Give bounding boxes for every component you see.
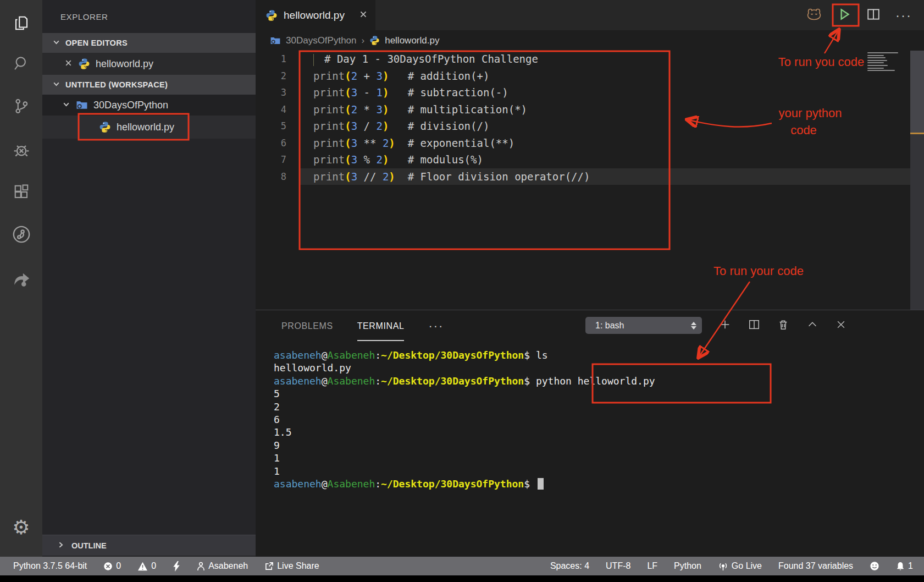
code-line-1[interactable]: 1# Day 1 - 30DaysOfPython Challenge <box>256 51 924 68</box>
status-label: Found 37 variables <box>778 561 853 571</box>
source-control-icon[interactable] <box>0 93 42 119</box>
extensions-icon[interactable] <box>0 179 42 205</box>
terminal-output[interactable]: asabeneh@Asabeneh:~/Desktop/30DaysOfPyth… <box>256 342 924 490</box>
close-panel-icon[interactable] <box>836 319 846 332</box>
chevron-down-icon <box>62 100 70 111</box>
tree-folder-30daysofpython[interactable]: 30DaysOfPython <box>42 95 256 116</box>
terminal-line: asabeneh@Asabeneh:~/Desktop/30DaysOfPyth… <box>274 349 924 361</box>
tab-close-icon[interactable] <box>359 10 368 21</box>
split-terminal-icon[interactable] <box>748 319 760 333</box>
cat-icon[interactable] <box>806 7 822 24</box>
code-line-2[interactable]: 2print(2 + 3) # addition(+) <box>256 68 924 85</box>
tab-label: helloworld.py <box>284 9 345 21</box>
status-label: 0 <box>116 561 121 571</box>
minimap[interactable] <box>867 52 898 73</box>
terminal-select-value: 1: bash <box>595 321 624 331</box>
section-open-editors[interactable]: OPEN EDITORS <box>42 33 256 53</box>
python-file-icon <box>369 35 380 46</box>
close-icon[interactable] <box>64 58 73 70</box>
open-editor-item[interactable]: helloworld.py <box>42 53 256 75</box>
status-item-go-live[interactable]: Go Live <box>718 561 762 571</box>
scrollbar-slider[interactable] <box>910 51 924 134</box>
maximize-panel-icon[interactable] <box>806 319 818 333</box>
code-line-5[interactable]: 5print(3 / 2) # division(/) <box>256 118 924 135</box>
code-line-6[interactable]: 6print(3 ** 2) # exponential(**) <box>256 135 924 152</box>
python-file-icon <box>78 58 90 70</box>
status-item-python-interpreter[interactable]: Python 3.7.5 64-bit <box>13 561 87 571</box>
status-label: Spaces: 4 <box>550 561 589 571</box>
code-editor[interactable]: 1# Day 1 - 30DaysOfPython Challenge2prin… <box>256 51 924 310</box>
tab-helloworld[interactable]: helloworld.py <box>256 0 375 30</box>
status-item-live-share[interactable]: Live Share <box>264 561 319 571</box>
status-item-warning-count[interactable]: 0 <box>137 561 156 571</box>
breadcrumb-folder[interactable]: 30DaysOfPython <box>286 35 357 46</box>
status-item-error-count[interactable]: 0 <box>103 561 121 571</box>
code-line-4[interactable]: 4print(2 * 3) # multiplication(*) <box>256 101 924 118</box>
status-item-language-mode[interactable]: Python <box>674 561 701 571</box>
bell-icon <box>896 561 905 571</box>
breadcrumb-file[interactable]: helloworld.py <box>385 35 439 46</box>
code-text: print(2 + 3) # addition(+) <box>300 68 924 85</box>
status-label: Asabeneh <box>208 561 248 571</box>
outline-label: OUTLINE <box>71 541 107 550</box>
more-actions-icon[interactable]: ··· <box>895 13 912 18</box>
tab-problems[interactable]: PROBLEMS <box>281 310 333 342</box>
line-number: 4 <box>256 101 300 118</box>
broadcast-icon <box>718 562 728 571</box>
terminal-line: 2 <box>274 400 924 413</box>
code-line-3[interactable]: 3print(3 - 1) # subtraction(-) <box>256 84 924 101</box>
editor-scrollbar[interactable] <box>910 51 924 310</box>
bottom-panel: PROBLEMS TERMINAL ··· 1: bash <box>256 310 924 557</box>
vscode-window: ⚙ EXPLORER OPEN EDITORS helloworld.py UN… <box>0 0 924 582</box>
explorer-sidebar: EXPLORER OPEN EDITORS helloworld.py UNTI… <box>42 0 256 557</box>
explorer-icon[interactable] <box>0 10 42 36</box>
chevron-right-icon <box>57 541 65 551</box>
share-arrow-icon[interactable] <box>0 266 42 293</box>
line-number: 1 <box>256 51 300 68</box>
open-editors-label: OPEN EDITORS <box>65 39 128 47</box>
tree-filename: helloworld.py <box>117 122 174 133</box>
code-line-8[interactable]: 8print(3 // 2) # Floor division operator… <box>256 168 924 185</box>
status-label: 1 <box>908 561 913 571</box>
debug-icon[interactable] <box>0 137 42 163</box>
breadcrumb-separator: › <box>362 35 365 46</box>
live-share-icon[interactable] <box>0 221 42 248</box>
split-editor-icon[interactable] <box>866 7 881 24</box>
status-item-notifications[interactable]: 1 <box>896 561 913 571</box>
status-item-bolt[interactable] <box>173 561 180 572</box>
chevron-down-icon <box>52 38 60 48</box>
status-left: Python 3.7.5 64-bit00AsabenehLive Share <box>0 561 319 572</box>
search-icon[interactable] <box>0 50 42 76</box>
share-icon <box>264 562 274 571</box>
editor-tab-bar: helloworld.py ··· <box>256 0 924 30</box>
status-item-feedback[interactable] <box>870 561 879 571</box>
terminal-select[interactable]: 1: bash <box>585 317 702 334</box>
settings-gear-icon[interactable]: ⚙ <box>0 516 42 539</box>
code-line-7[interactable]: 7print(3 % 2) # modulus(%) <box>256 151 924 168</box>
code-text: print(3 % 2) # modulus(%) <box>300 151 924 168</box>
error-icon <box>103 562 113 571</box>
kill-terminal-icon[interactable] <box>777 319 789 333</box>
terminal-line: asabeneh@Asabeneh:~/Desktop/30DaysOfPyth… <box>274 477 924 490</box>
panel-more-icon[interactable]: ··· <box>428 319 444 333</box>
open-editor-filename: helloworld.py <box>96 58 153 70</box>
tab-terminal[interactable]: TERMINAL <box>357 310 405 342</box>
status-label: Go Live <box>732 561 762 571</box>
code-text: print(3 - 1) # subtraction(-) <box>300 84 924 101</box>
editor-actions: ··· <box>806 0 924 30</box>
status-item-encoding[interactable]: UTF-8 <box>606 561 630 571</box>
section-outline[interactable]: OUTLINE <box>42 535 256 556</box>
terminal-cursor[interactable] <box>538 478 544 490</box>
status-item-user[interactable]: Asabeneh <box>197 561 248 571</box>
status-item-variables-found[interactable]: Found 37 variables <box>778 561 853 571</box>
status-item-eol[interactable]: LF <box>647 561 657 571</box>
section-workspace[interactable]: UNTITLED (WORKSPACE) <box>42 75 256 95</box>
new-terminal-icon[interactable] <box>719 319 731 333</box>
run-button[interactable] <box>837 7 851 24</box>
code-text: print(2 * 3) # multiplication(*) <box>300 101 924 118</box>
tree-file-helloworld[interactable]: helloworld.py <box>42 116 256 139</box>
smiley-icon <box>870 561 879 571</box>
status-item-indentation[interactable]: Spaces: 4 <box>550 561 589 571</box>
line-number: 5 <box>256 118 300 135</box>
breadcrumb[interactable]: 30DaysOfPython › helloworld.py <box>256 30 924 51</box>
